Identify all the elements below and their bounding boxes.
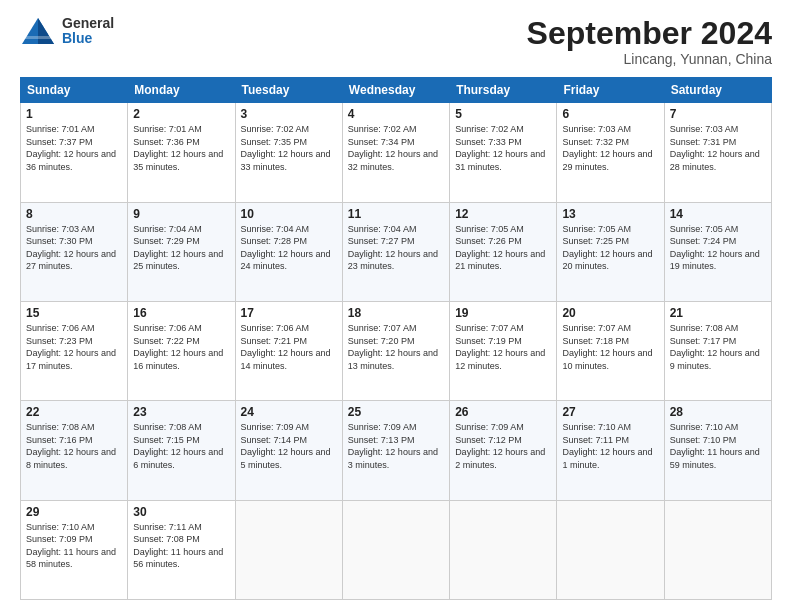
calendar-week-row: 15Sunrise: 7:06 AMSunset: 7:23 PMDayligh… [21, 301, 772, 400]
calendar-week-row: 22Sunrise: 7:08 AMSunset: 7:16 PMDayligh… [21, 401, 772, 500]
table-row: 7Sunrise: 7:03 AMSunset: 7:31 PMDaylight… [664, 103, 771, 202]
title-block: September 2024 Lincang, Yunnan, China [527, 16, 772, 67]
table-row: 21Sunrise: 7:08 AMSunset: 7:17 PMDayligh… [664, 301, 771, 400]
calendar-week-row: 8Sunrise: 7:03 AMSunset: 7:30 PMDaylight… [21, 202, 772, 301]
table-row: 24Sunrise: 7:09 AMSunset: 7:14 PMDayligh… [235, 401, 342, 500]
table-row: 27Sunrise: 7:10 AMSunset: 7:11 PMDayligh… [557, 401, 664, 500]
table-row: 13Sunrise: 7:05 AMSunset: 7:25 PMDayligh… [557, 202, 664, 301]
table-row: 1Sunrise: 7:01 AMSunset: 7:37 PMDaylight… [21, 103, 128, 202]
table-row: 26Sunrise: 7:09 AMSunset: 7:12 PMDayligh… [450, 401, 557, 500]
calendar-week-row: 1Sunrise: 7:01 AMSunset: 7:37 PMDaylight… [21, 103, 772, 202]
table-row: 16Sunrise: 7:06 AMSunset: 7:22 PMDayligh… [128, 301, 235, 400]
location: Lincang, Yunnan, China [527, 51, 772, 67]
table-row [235, 500, 342, 599]
table-row: 9Sunrise: 7:04 AMSunset: 7:29 PMDaylight… [128, 202, 235, 301]
table-row: 20Sunrise: 7:07 AMSunset: 7:18 PMDayligh… [557, 301, 664, 400]
table-row: 28Sunrise: 7:10 AMSunset: 7:10 PMDayligh… [664, 401, 771, 500]
logo-icon [20, 16, 56, 46]
table-row [557, 500, 664, 599]
table-row [342, 500, 449, 599]
svg-marker-1 [38, 18, 54, 44]
calendar: Sunday Monday Tuesday Wednesday Thursday… [20, 77, 772, 600]
table-row: 3Sunrise: 7:02 AMSunset: 7:35 PMDaylight… [235, 103, 342, 202]
logo-text: General Blue [62, 16, 114, 47]
table-row: 5Sunrise: 7:02 AMSunset: 7:33 PMDaylight… [450, 103, 557, 202]
table-row: 29Sunrise: 7:10 AMSunset: 7:09 PMDayligh… [21, 500, 128, 599]
table-row: 15Sunrise: 7:06 AMSunset: 7:23 PMDayligh… [21, 301, 128, 400]
col-tuesday: Tuesday [235, 78, 342, 103]
table-row: 23Sunrise: 7:08 AMSunset: 7:15 PMDayligh… [128, 401, 235, 500]
table-row: 2Sunrise: 7:01 AMSunset: 7:36 PMDaylight… [128, 103, 235, 202]
col-friday: Friday [557, 78, 664, 103]
col-monday: Monday [128, 78, 235, 103]
table-row: 30Sunrise: 7:11 AMSunset: 7:08 PMDayligh… [128, 500, 235, 599]
table-row [450, 500, 557, 599]
table-row: 14Sunrise: 7:05 AMSunset: 7:24 PMDayligh… [664, 202, 771, 301]
table-row: 11Sunrise: 7:04 AMSunset: 7:27 PMDayligh… [342, 202, 449, 301]
table-row: 12Sunrise: 7:05 AMSunset: 7:26 PMDayligh… [450, 202, 557, 301]
header: General Blue September 2024 Lincang, Yun… [20, 16, 772, 67]
col-sunday: Sunday [21, 78, 128, 103]
table-row [664, 500, 771, 599]
calendar-week-row: 29Sunrise: 7:10 AMSunset: 7:09 PMDayligh… [21, 500, 772, 599]
calendar-header-row: Sunday Monday Tuesday Wednesday Thursday… [21, 78, 772, 103]
table-row: 6Sunrise: 7:03 AMSunset: 7:32 PMDaylight… [557, 103, 664, 202]
table-row: 4Sunrise: 7:02 AMSunset: 7:34 PMDaylight… [342, 103, 449, 202]
table-row: 8Sunrise: 7:03 AMSunset: 7:30 PMDaylight… [21, 202, 128, 301]
table-row: 10Sunrise: 7:04 AMSunset: 7:28 PMDayligh… [235, 202, 342, 301]
table-row: 17Sunrise: 7:06 AMSunset: 7:21 PMDayligh… [235, 301, 342, 400]
month-title: September 2024 [527, 16, 772, 51]
page: General Blue September 2024 Lincang, Yun… [0, 0, 792, 612]
table-row: 22Sunrise: 7:08 AMSunset: 7:16 PMDayligh… [21, 401, 128, 500]
logo-general: General [62, 16, 114, 31]
table-row: 18Sunrise: 7:07 AMSunset: 7:20 PMDayligh… [342, 301, 449, 400]
logo-blue: Blue [62, 31, 114, 46]
table-row: 19Sunrise: 7:07 AMSunset: 7:19 PMDayligh… [450, 301, 557, 400]
table-row: 25Sunrise: 7:09 AMSunset: 7:13 PMDayligh… [342, 401, 449, 500]
svg-rect-2 [24, 36, 52, 39]
col-saturday: Saturday [664, 78, 771, 103]
col-wednesday: Wednesday [342, 78, 449, 103]
col-thursday: Thursday [450, 78, 557, 103]
logo: General Blue [20, 16, 114, 47]
